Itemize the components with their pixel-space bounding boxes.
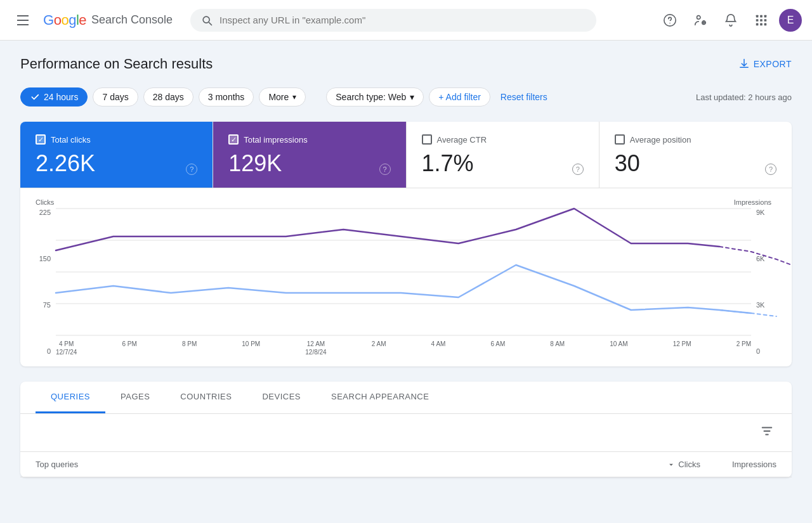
metric-clicks-value-row: 2.26K ? (36, 152, 197, 175)
chart-y-label-right: Impressions (734, 198, 771, 206)
col-header-impressions: Impressions (700, 460, 776, 469)
url-inspect-input[interactable] (219, 15, 586, 25)
metric-clicks-help-icon[interactable]: ? (186, 164, 197, 175)
add-filter-button[interactable]: + Add filter (429, 87, 490, 107)
svg-rect-8 (760, 19, 763, 22)
search-type-label: Search type: Web (336, 92, 406, 102)
product-name: Search Console (91, 13, 173, 27)
logo-link[interactable]: Google Search Console (43, 12, 173, 29)
metric-ctr-checkbox[interactable] (422, 134, 432, 145)
download-icon (738, 58, 750, 70)
metric-impressions-help-icon[interactable]: ? (379, 164, 391, 175)
search-icon (200, 14, 213, 27)
chart-y-label-left: Clicks (36, 198, 54, 206)
tabs-header: QUERIES PAGES COUNTRIES DEVICES SEARCH A… (20, 382, 792, 414)
header: Google Search Console (0, 0, 812, 41)
svg-rect-11 (760, 23, 763, 25)
filter-bar: 24 hours 7 days 28 days 3 months More ▾ … (20, 87, 792, 107)
metric-ctr-help-icon[interactable]: ? (572, 164, 584, 175)
metrics-section: Total clicks 2.26K ? Total impressions 1… (20, 122, 792, 366)
y-tick-75: 75 (30, 301, 51, 309)
filter-7days[interactable]: 7 days (93, 87, 138, 107)
x-label-4am: 4 AM (431, 340, 446, 356)
svg-rect-10 (756, 23, 759, 25)
col-header-clicks[interactable]: Clicks (624, 460, 700, 469)
chevron-down-icon: ▾ (292, 93, 296, 101)
filter-28days[interactable]: 28 days (143, 87, 193, 107)
metric-avg-ctr[interactable]: Average CTR 1.7% ? (407, 122, 599, 188)
menu-icon (12, 10, 34, 30)
metric-impressions-header: Total impressions (228, 134, 390, 145)
metric-position-label: Average position (630, 135, 691, 145)
svg-rect-5 (760, 15, 763, 17)
y-axis-right: 9K 6K 3K 0 (751, 209, 776, 356)
x-label-8pm: 8 PM (182, 340, 197, 356)
search-bar (190, 9, 596, 32)
grid-icon (754, 13, 768, 27)
x-label-6am: 6 AM (490, 340, 505, 356)
x-label-8am: 8 AM (550, 340, 565, 356)
metric-ctr-label: Average CTR (437, 135, 487, 145)
metric-position-value-row: 30 ? (615, 152, 776, 175)
y-axis-left: 225 150 75 0 (30, 209, 56, 356)
metric-impressions-checkbox[interactable] (228, 134, 239, 145)
svg-point-1 (669, 22, 670, 23)
last-updated-text: Last updated: 2 hours ago (696, 93, 792, 102)
metric-impressions-value: 129K (228, 152, 282, 175)
notifications-button[interactable] (718, 8, 743, 33)
tab-countries[interactable]: COUNTRIES (165, 382, 247, 413)
y-tick-225: 225 (30, 209, 51, 216)
metric-impressions-value-row: 129K ? (228, 152, 390, 175)
metric-total-clicks[interactable]: Total clicks 2.26K ? (20, 122, 213, 188)
table-header: Top queries Clicks Impressions (20, 452, 792, 477)
x-axis-labels: 4 PM12/7/24 6 PM 8 PM 10 PM 12 AM12/8/24… (56, 337, 751, 356)
help-button[interactable] (657, 8, 683, 33)
col-header-query: Top queries (36, 460, 624, 469)
table-filter-button[interactable] (757, 422, 776, 444)
x-label-10pm: 10 PM (242, 340, 260, 356)
x-label-2am: 2 AM (372, 340, 386, 356)
tab-queries[interactable]: QUERIES (36, 382, 105, 413)
filter-3months[interactable]: 3 months (199, 87, 254, 107)
x-label-2pm: 2 PM (737, 340, 751, 356)
metric-clicks-value: 2.26K (36, 152, 95, 175)
filter-24hours[interactable]: 24 hours (20, 87, 88, 107)
metric-impressions-label: Total impressions (244, 135, 307, 145)
reset-filters-label: Reset filters (501, 92, 547, 102)
filter-more[interactable]: More ▾ (259, 87, 306, 107)
google-logo: Google (43, 12, 86, 29)
metrics-cards: Total clicks 2.26K ? Total impressions 1… (20, 122, 792, 188)
x-label-6pm: 6 PM (122, 340, 136, 356)
avatar[interactable]: E (779, 9, 802, 32)
metric-clicks-checkbox[interactable] (36, 134, 46, 145)
metric-clicks-label: Total clicks (51, 135, 91, 145)
svg-rect-9 (764, 19, 767, 22)
x-label-12am: 12 AM12/8/24 (305, 340, 326, 356)
svg-point-2 (697, 15, 701, 19)
sort-down-icon (667, 460, 676, 469)
admin-button[interactable] (688, 8, 713, 33)
metric-position-help-icon[interactable]: ? (765, 164, 776, 175)
svg-rect-6 (764, 15, 767, 17)
search-type-filter[interactable]: Search type: Web ▾ (326, 87, 424, 107)
hamburger-button[interactable] (10, 8, 36, 33)
metric-position-value: 30 (615, 152, 640, 175)
svg-rect-4 (756, 15, 759, 17)
metric-position-checkbox[interactable] (615, 134, 625, 145)
export-button[interactable]: EXPORT (738, 58, 792, 70)
page-title: Performance on Search results (20, 56, 213, 72)
page-title-row: Performance on Search results EXPORT (20, 56, 792, 72)
bell-icon (724, 13, 738, 27)
tab-devices[interactable]: DEVICES (247, 382, 316, 413)
chart-with-axes: 225 150 75 0 (30, 209, 776, 356)
svg-rect-12 (764, 23, 767, 25)
apps-button[interactable] (749, 8, 774, 33)
y-tick-3k: 3K (756, 301, 776, 309)
reset-filters-button[interactable]: Reset filters (495, 88, 553, 106)
tab-search-appearance[interactable]: SEARCH APPEARANCE (316, 382, 444, 413)
metric-total-impressions[interactable]: Total impressions 129K ? (213, 122, 406, 188)
y-tick-0: 0 (30, 347, 51, 355)
tab-pages[interactable]: PAGES (105, 382, 165, 413)
metric-avg-position[interactable]: Average position 30 ? (599, 122, 792, 188)
svg-rect-7 (756, 19, 759, 22)
